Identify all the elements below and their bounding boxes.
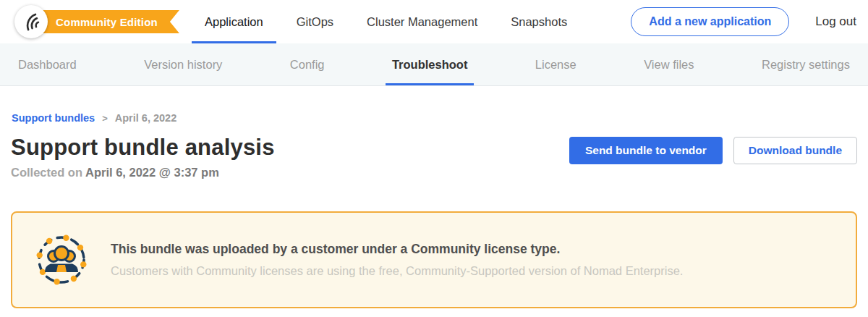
app-subnav: Dashboard Version history Config Trouble… <box>0 43 868 86</box>
main-content: Support bundles > April 6, 2022 Support … <box>0 112 868 308</box>
tab-application[interactable]: Application <box>192 0 276 43</box>
breadcrumb-support-bundles-link[interactable]: Support bundles <box>12 112 95 124</box>
subnav-item-registry-settings[interactable]: Registry settings <box>762 43 850 85</box>
collected-date: April 6, 2022 @ 3:37 pm <box>85 166 219 179</box>
tab-cluster-management[interactable]: Cluster Management <box>354 0 490 43</box>
breadcrumb-current: April 6, 2022 <box>115 112 176 124</box>
community-edition-badge: Community Edition <box>37 10 179 33</box>
logout-link[interactable]: Log out <box>815 14 856 29</box>
community-people-icon <box>33 231 90 289</box>
add-new-application-button[interactable]: Add a new application <box>631 7 789 36</box>
subnav-item-view-files[interactable]: View files <box>644 43 694 85</box>
subnav-item-license[interactable]: License <box>535 43 576 85</box>
page-header-text: Support bundle analysis Collected on Apr… <box>11 135 275 179</box>
subnav-item-dashboard[interactable]: Dashboard <box>18 43 77 85</box>
page-title: Support bundle analysis <box>11 135 275 161</box>
tab-gitops[interactable]: GitOps <box>284 0 346 43</box>
subnav-item-config[interactable]: Config <box>290 43 325 85</box>
brand: Community Edition <box>14 5 179 38</box>
subnav-item-version-history[interactable]: Version history <box>144 43 222 85</box>
tab-snapshots[interactable]: Snapshots <box>498 0 580 43</box>
send-bundle-to-vendor-button[interactable]: Send bundle to vendor <box>569 137 723 164</box>
download-bundle-button[interactable]: Download bundle <box>733 137 857 164</box>
collected-prefix: Collected on <box>11 166 85 179</box>
collected-timestamp: Collected on April 6, 2022 @ 3:37 pm <box>11 166 275 179</box>
notice-body: Customers with Community licenses are us… <box>111 264 683 278</box>
bundle-actions: Send bundle to vendor Download bundle <box>569 137 857 164</box>
top-navbar: Community Edition Application GitOps Clu… <box>0 0 868 43</box>
notice-text: This bundle was uploaded by a customer u… <box>111 242 683 278</box>
page-header: Support bundle analysis Collected on Apr… <box>11 135 857 179</box>
notice-heading: This bundle was uploaded by a customer u… <box>111 242 683 257</box>
replicated-logo-icon <box>21 12 41 32</box>
subnav-item-troubleshoot[interactable]: Troubleshoot <box>392 43 468 85</box>
replicated-logo[interactable] <box>14 5 48 38</box>
topnav-right: Add a new application Log out <box>631 0 856 43</box>
top-tabs: Application GitOps Cluster Management Sn… <box>192 0 580 43</box>
breadcrumb: Support bundles > April 6, 2022 <box>12 112 856 124</box>
community-license-notice: This bundle was uploaded by a customer u… <box>11 211 857 308</box>
breadcrumb-separator: > <box>102 113 108 124</box>
